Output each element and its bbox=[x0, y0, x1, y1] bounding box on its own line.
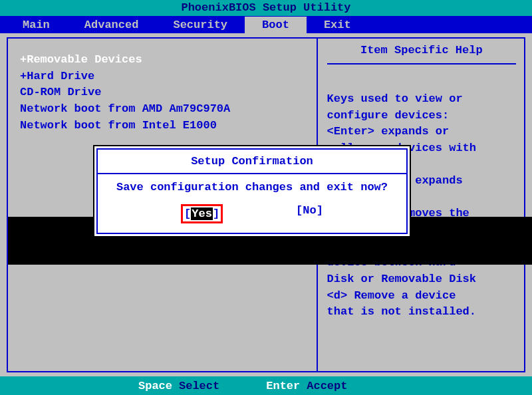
boot-item-net-amd[interactable]: Network boot from AMD Am79C970A bbox=[20, 101, 313, 118]
menu-security[interactable]: Security bbox=[156, 17, 245, 33]
dialog-title: Setup Confirmation bbox=[98, 150, 406, 174]
footer-key-enter: Enter bbox=[266, 380, 300, 392]
menu-boot[interactable]: Boot bbox=[245, 17, 307, 33]
dialog-inner: Setup Confirmation Save configuration ch… bbox=[96, 148, 408, 234]
dialog-buttons: [Yes] [No] bbox=[98, 203, 406, 233]
footer-bar: Space Select Enter Accept bbox=[0, 376, 532, 395]
app-title: PhoenixBIOS Setup Utility bbox=[181, 1, 350, 14]
no-button[interactable]: [No] bbox=[296, 204, 323, 223]
help-title: Item Specific Help bbox=[327, 44, 516, 65]
dialog-message: Save configuration changes and exit now? bbox=[98, 174, 406, 203]
menu-bar: Main Advanced Security Boot Exit bbox=[0, 16, 532, 33]
yes-button[interactable]: [Yes] bbox=[181, 204, 223, 223]
menu-advanced[interactable]: Advanced bbox=[67, 17, 156, 33]
boot-item-hard-drive[interactable]: +Hard Drive bbox=[20, 68, 313, 85]
footer-key-space: Space bbox=[138, 380, 172, 392]
menu-main[interactable]: Main bbox=[5, 17, 67, 33]
boot-item-net-intel[interactable]: Network boot from Intel E1000 bbox=[20, 118, 313, 134]
title-bar: PhoenixBIOS Setup Utility bbox=[0, 0, 532, 16]
footer-label-select: Select bbox=[179, 380, 219, 392]
menu-exit[interactable]: Exit bbox=[307, 17, 368, 33]
boot-item-removable[interactable]: +Removable Devices bbox=[20, 52, 313, 68]
confirmation-dialog: Setup Confirmation Save configuration ch… bbox=[93, 145, 411, 237]
boot-item-cdrom[interactable]: CD-ROM Drive bbox=[20, 84, 313, 101]
footer-label-accept: Accept bbox=[307, 380, 347, 392]
